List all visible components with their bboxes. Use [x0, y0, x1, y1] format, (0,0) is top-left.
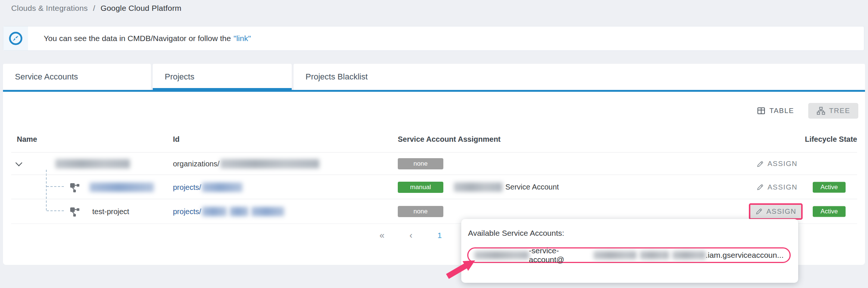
column-header-name: Name	[17, 135, 37, 144]
project-id-redacted	[202, 207, 227, 216]
project-name-redacted-link[interactable]	[90, 182, 154, 192]
pagination-first-button[interactable]: «	[379, 230, 384, 241]
pencil-icon	[755, 207, 763, 215]
service-account-option[interactable]: -service-account@ .iam.gserviceaccoun...	[467, 247, 791, 263]
pagination-current-page[interactable]: 1	[437, 231, 442, 240]
cmdb-navigator-link[interactable]: "link"	[233, 34, 251, 43]
project-name: test-project	[92, 207, 129, 216]
organization-name-redacted	[55, 159, 130, 169]
service-account-project-redacted	[593, 251, 636, 259]
project-id: projects/	[173, 182, 242, 192]
pencil-icon	[756, 183, 764, 191]
info-banner: You can see the data in CMDB/Navigator o…	[3, 26, 864, 51]
column-header-lifecycle-state: Lifecycle State	[750, 135, 857, 144]
table-row-organization: organizations/ none ASSIGN	[11, 152, 857, 175]
breadcrumb-current: Google Cloud Platform	[100, 4, 182, 12]
breadcrumb: Clouds & Integrations / Google Cloud Pla…	[11, 4, 182, 13]
banner-message: You can see the data in CMDB/Navigator o…	[28, 26, 251, 50]
assignment-cell: manual Service Account	[398, 182, 559, 193]
annotation-arrow	[440, 257, 477, 281]
organization-id-redacted	[220, 159, 319, 169]
organization-id: organizations/	[173, 159, 319, 169]
service-account-suffix: Service Account	[505, 183, 559, 191]
tab-service-accounts[interactable]: Service Accounts	[3, 64, 151, 90]
table-view-button[interactable]: TABLE	[757, 103, 794, 119]
project-node-icon	[69, 206, 80, 217]
column-header-service-account-assignment: Service Account Assignment	[398, 135, 500, 144]
assignment-badge: none	[398, 158, 443, 169]
table-row-project: projects/ manual Service Account ASSIGN	[11, 175, 857, 199]
project-id: projects/	[173, 207, 284, 216]
collapse-chevron-icon[interactable]	[16, 162, 21, 165]
gcp-integration-page: Clouds & Integrations / Google Cloud Pla…	[0, 0, 868, 288]
lifecycle-badge: Active	[813, 206, 846, 217]
project-id-redacted	[230, 207, 248, 216]
tab-projects[interactable]: Projects	[153, 64, 292, 90]
lifecycle-state-cell: Active	[813, 206, 846, 217]
compass-icon	[3, 26, 28, 50]
tab-projects-blacklist[interactable]: Projects Blacklist	[294, 64, 865, 90]
service-account-project-redacted	[672, 251, 706, 259]
project-id-redacted	[202, 182, 242, 192]
column-header-id: Id	[173, 135, 180, 144]
service-account-project-redacted	[640, 251, 669, 259]
pagination: « ‹ 1 ›	[379, 225, 470, 246]
available-service-accounts-popup: Available Service Accounts: -service-acc…	[461, 219, 798, 283]
pagination-previous-button[interactable]: ‹	[409, 230, 412, 241]
project-node-icon	[69, 182, 80, 192]
popup-title: Available Service Accounts:	[468, 229, 564, 238]
tree-view-icon	[816, 106, 825, 115]
assignment-badge: none	[398, 206, 443, 217]
service-account-prefix-redacted	[474, 251, 529, 259]
assignment-cell: none	[398, 206, 443, 217]
assign-button-highlight: ASSIGN	[749, 203, 803, 220]
lifecycle-badge: Active	[813, 182, 846, 192]
assign-button[interactable]: ASSIGN	[756, 160, 797, 168]
table-view-icon	[757, 106, 766, 115]
tree-view-button[interactable]: TREE	[808, 103, 858, 119]
assignment-badge: manual	[398, 182, 443, 193]
project-id-link[interactable]: projects/	[173, 183, 201, 191]
service-account-name-redacted	[454, 182, 502, 192]
lifecycle-state-cell: Active	[813, 182, 846, 192]
assign-button[interactable]: ASSIGN	[756, 183, 797, 191]
project-id-redacted	[251, 207, 284, 216]
project-id-link[interactable]: projects/	[173, 207, 201, 216]
active-tab-underline	[153, 88, 292, 92]
assign-button[interactable]: ASSIGN	[755, 207, 796, 216]
breadcrumb-parent[interactable]: Clouds & Integrations	[11, 4, 88, 12]
pencil-icon	[756, 160, 764, 168]
assignment-cell: none	[398, 158, 443, 169]
breadcrumb-separator: /	[93, 4, 95, 12]
